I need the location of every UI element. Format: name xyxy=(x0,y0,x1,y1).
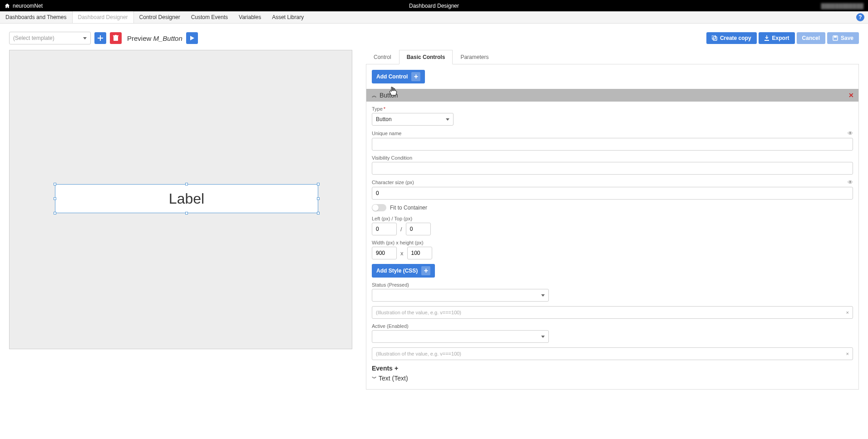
nav-tabs: Dashboards and Themes Dashboard Designer… xyxy=(0,11,868,24)
status-illustration-input[interactable]: (Illustration of the value, e.g. v===100… xyxy=(372,306,853,319)
preview-label: Preview M_Button xyxy=(127,34,182,42)
tab-custom-events[interactable]: Custom Events xyxy=(186,11,233,23)
svg-rect-4 xyxy=(115,35,117,35)
text-section-header[interactable]: ︾ Text (Text) xyxy=(372,375,853,382)
tab-variables[interactable]: Variables xyxy=(233,11,266,23)
type-label: Type* xyxy=(372,106,853,112)
resize-handle[interactable] xyxy=(185,212,188,215)
section-header-button[interactable]: ︽ Button ✕ xyxy=(366,89,858,102)
canvas-element-button[interactable]: Label xyxy=(55,184,318,213)
resize-handle[interactable] xyxy=(317,197,320,200)
top-input[interactable] xyxy=(406,223,431,235)
chevron-down-icon xyxy=(446,118,449,121)
svg-rect-1 xyxy=(98,38,103,39)
plus-icon xyxy=(97,35,104,41)
svg-marker-5 xyxy=(190,36,194,40)
resize-handle[interactable] xyxy=(54,197,56,200)
width-height-label: Width (px) x height (px) xyxy=(372,240,853,245)
home-icon[interactable] xyxy=(5,3,10,9)
left-input[interactable] xyxy=(372,223,397,235)
save-icon xyxy=(833,35,838,41)
clear-icon[interactable]: × xyxy=(846,310,849,315)
brand-label: neuroomNet xyxy=(13,3,43,9)
unique-name-input[interactable] xyxy=(372,138,853,151)
char-size-label: Character size (px) 👁 xyxy=(372,179,853,185)
svg-rect-6 xyxy=(712,35,715,39)
events-header[interactable]: Events + xyxy=(372,365,853,372)
template-select[interactable]: (Select template) xyxy=(9,32,91,44)
type-select[interactable]: Button xyxy=(372,113,454,126)
resize-handle[interactable] xyxy=(54,212,56,215)
fit-container-toggle[interactable] xyxy=(372,204,386,211)
visibility-toggle-icon[interactable]: 👁 xyxy=(848,179,853,185)
active-enabled-label: Active (Enabled) xyxy=(372,323,853,329)
visibility-toggle-icon[interactable]: 👁 xyxy=(848,130,853,137)
resize-handle[interactable] xyxy=(317,212,320,215)
template-placeholder: (Select template) xyxy=(13,35,54,41)
play-icon xyxy=(189,35,195,41)
expand-icon: ︾ xyxy=(372,375,377,382)
svg-rect-8 xyxy=(764,40,769,41)
chevron-down-icon xyxy=(83,37,87,39)
height-input[interactable] xyxy=(407,247,432,259)
tab-control-designer[interactable]: Control Designer xyxy=(134,11,186,23)
clear-icon[interactable]: × xyxy=(846,351,849,356)
visibility-input[interactable] xyxy=(372,162,853,175)
chevron-down-icon xyxy=(541,294,545,297)
download-icon xyxy=(764,35,769,41)
delete-button[interactable] xyxy=(110,32,122,44)
fit-container-label: Fit to Container xyxy=(390,205,427,211)
svg-rect-7 xyxy=(713,37,717,40)
properties-panel: Control Basic Controls Parameters Add Co… xyxy=(366,50,859,390)
delete-section-icon[interactable]: ✕ xyxy=(848,92,854,99)
user-label: ████████████ xyxy=(821,3,863,9)
design-canvas[interactable]: Label xyxy=(9,50,352,349)
add-style-button[interactable]: Add Style (CSS) + xyxy=(372,264,435,278)
left-top-label: Left (px) / Top (px) xyxy=(372,216,853,221)
visibility-label: Visibility Condition xyxy=(372,155,853,161)
char-size-input[interactable] xyxy=(372,187,853,200)
chevron-down-icon xyxy=(541,336,545,338)
width-input[interactable] xyxy=(372,247,397,259)
tab-dashboard-designer[interactable]: Dashboard Designer xyxy=(72,11,134,23)
panel-tab-control[interactable]: Control xyxy=(366,50,399,64)
help-icon[interactable]: ? xyxy=(856,13,864,21)
add-button[interactable] xyxy=(94,32,106,44)
create-copy-button[interactable]: Create copy xyxy=(706,32,757,44)
svg-rect-2 xyxy=(113,36,118,41)
tab-dashboards-themes[interactable]: Dashboards and Themes xyxy=(0,11,72,23)
plus-icon: + xyxy=(395,365,398,372)
cancel-button[interactable]: Cancel xyxy=(797,32,825,44)
panel-tab-basic-controls[interactable]: Basic Controls xyxy=(399,50,453,64)
active-illustration-input[interactable]: (Illustration of the value, e.g. v===100… xyxy=(372,347,853,360)
play-button[interactable] xyxy=(186,32,198,44)
add-control-button[interactable]: Add Control + xyxy=(372,70,425,83)
unique-name-label: Unique name 👁 xyxy=(372,130,853,137)
toolbar: (Select template) Preview M_Button Creat… xyxy=(0,24,868,50)
status-pressed-select[interactable] xyxy=(372,289,549,302)
collapse-icon: ︽ xyxy=(372,92,377,99)
svg-rect-3 xyxy=(113,35,118,36)
status-pressed-label: Status (Pressed) xyxy=(372,282,853,288)
copy-icon xyxy=(712,35,717,41)
plus-icon: + xyxy=(411,72,420,81)
panel-tabs: Control Basic Controls Parameters xyxy=(366,50,859,64)
export-button[interactable]: Export xyxy=(759,32,795,44)
save-button[interactable]: Save xyxy=(827,32,859,44)
topbar: neuroomNet Dashboard Designer ██████████… xyxy=(0,0,868,11)
svg-rect-10 xyxy=(834,36,837,38)
resize-handle[interactable] xyxy=(54,183,56,185)
resize-handle[interactable] xyxy=(185,183,188,185)
panel-tab-parameters[interactable]: Parameters xyxy=(453,50,496,64)
page-title: Dashboard Designer xyxy=(409,3,459,9)
plus-icon: + xyxy=(421,266,430,275)
active-enabled-select[interactable] xyxy=(372,330,549,343)
canvas-element-label: Label xyxy=(169,190,204,207)
trash-icon xyxy=(113,35,118,41)
resize-handle[interactable] xyxy=(317,183,320,185)
tab-asset-library[interactable]: Asset Library xyxy=(266,11,309,23)
section-title: Button xyxy=(380,92,398,99)
